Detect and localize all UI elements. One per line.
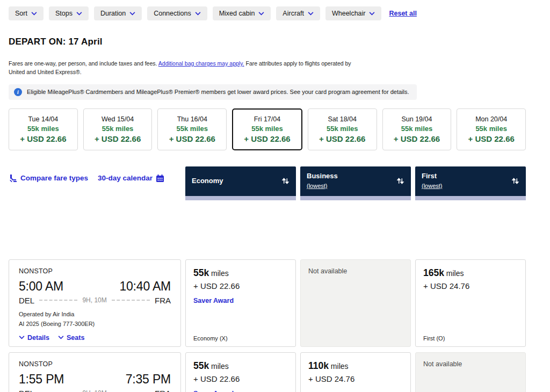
fee-amount: + USD 22.66 — [193, 281, 288, 291]
filter-pill-label: Aircraft — [283, 10, 304, 17]
route-row: DEL 9H, 10M FRA — [19, 296, 171, 305]
column-header-label: Economy — [192, 176, 223, 186]
filter-pill-label: Wheelchair — [332, 10, 366, 17]
miles-amount: 55k — [193, 360, 209, 371]
date-card-fee: + USD 22.66 — [244, 134, 290, 143]
miles-amount: 165k — [423, 267, 444, 278]
date-card-miles: 55k miles — [475, 125, 507, 133]
column-header-label: First (lowest) — [422, 171, 443, 190]
chevron-down-icon — [58, 336, 64, 339]
column-header-strip — [300, 196, 411, 200]
details-link[interactable]: Details — [19, 334, 49, 342]
saver-award-link[interactable]: Saver Award — [193, 390, 288, 392]
date-card[interactable]: Thu 16/04 55k miles + USD 22.66 — [157, 108, 227, 150]
seats-link[interactable]: Seats — [58, 334, 84, 342]
filter-pill-label: Connections — [154, 10, 191, 17]
date-card[interactable]: Tue 14/04 55k miles + USD 22.66 — [9, 108, 78, 150]
sort-icon[interactable] — [396, 177, 404, 185]
filter-pill[interactable]: Sort — [9, 6, 44, 20]
filter-pill-label: Duration — [100, 10, 126, 17]
date-card-fee: + USD 22.66 — [169, 134, 215, 143]
miles-suffix: miles — [444, 269, 464, 278]
compare-fare-types-link[interactable]: Compare fare types — [9, 174, 88, 183]
origin-code: DEL — [19, 296, 34, 305]
operated-by: Operated by Air India — [19, 311, 171, 317]
date-card-miles: 55k miles — [251, 125, 283, 133]
fee-amount: + USD 22.66 — [193, 374, 288, 383]
date-card[interactable]: Sun 19/04 55k miles + USD 22.66 — [382, 108, 452, 150]
date-card-fee: + USD 22.66 — [468, 134, 515, 143]
fare-cell[interactable]: 55k miles + USD 22.66 Saver Award Econom… — [185, 259, 296, 347]
filter-pill[interactable]: Stops — [49, 6, 89, 20]
column-header[interactable]: Economy — [185, 166, 296, 200]
depart-time: 5:00 AM — [19, 279, 63, 294]
date-card-miles: 55k miles — [102, 125, 134, 133]
miles-amount: 55k — [193, 267, 209, 278]
miles-line: 55k miles — [193, 267, 288, 279]
miles-amount: 110k — [308, 360, 329, 371]
times-row: 5:00 AM 10:40 AM — [19, 279, 171, 294]
fee-amount: + USD 24.76 — [423, 281, 518, 291]
column-header-label: Business (lowest) — [307, 171, 338, 190]
date-card-day: Fri 17/04 — [254, 115, 280, 123]
bag-charges-link[interactable]: Additional bag charges may apply. — [158, 60, 244, 67]
miles-line: 165k miles — [423, 267, 518, 279]
date-strip: Tue 14/04 55k miles + USD 22.66 Wed 15/0… — [9, 108, 526, 150]
chevron-down-icon — [129, 12, 135, 16]
date-card[interactable]: Wed 15/04 55k miles + USD 22.66 — [83, 108, 153, 150]
column-header-strip — [415, 196, 526, 200]
date-card-day: Tue 14/04 — [28, 115, 58, 123]
details-label: Details — [27, 334, 49, 342]
filter-pill[interactable]: Connections — [147, 6, 207, 20]
date-card-miles: 55k miles — [401, 125, 433, 133]
filter-pill[interactable]: Duration — [94, 6, 142, 20]
flight-card-links: Details Seats — [19, 334, 171, 342]
date-card-day: Sun 19/04 — [401, 115, 432, 123]
chevron-down-icon — [31, 12, 37, 16]
not-available-label: Not available — [423, 360, 462, 368]
cabin-name: Economy — [192, 177, 223, 185]
filter-pill[interactable]: Mixed cabin — [213, 6, 271, 20]
fare-cell[interactable]: 55k miles + USD 22.66 Saver Award Econom… — [185, 352, 296, 392]
sort-icon[interactable] — [511, 177, 519, 185]
depart-time: 1:55 PM — [19, 372, 64, 387]
column-header[interactable]: First (lowest) — [415, 166, 526, 200]
destination-code: FRA — [155, 296, 171, 305]
fare-cell[interactable]: 165k miles + USD 24.76 First (O) — [415, 259, 526, 347]
seat-icon — [9, 174, 17, 183]
calendar-link-label: 30-day calendar — [98, 174, 153, 182]
column-header-top: First (lowest) — [415, 166, 526, 196]
saver-award-link[interactable]: Saver Award — [193, 297, 288, 304]
sort-icon[interactable] — [281, 177, 290, 185]
chevron-down-icon — [369, 12, 375, 16]
date-card-selected[interactable]: Fri 17/04 55k miles + USD 22.66 — [232, 108, 302, 150]
filter-pill[interactable]: Wheelchair — [325, 6, 382, 20]
fare-class-label: Economy (X) — [193, 335, 288, 342]
calendar-link[interactable]: 30-day calendar — [98, 174, 164, 183]
flight-number-aircraft: AI 2025 (Boeing 777-300ER) — [19, 321, 171, 327]
date-card-miles: 55k miles — [177, 125, 208, 133]
column-header-strip — [185, 196, 296, 200]
fare-cell[interactable]: 110k miles + USD 24.76 Business (I) — [300, 352, 411, 392]
filter-pill[interactable]: Aircraft — [276, 6, 320, 20]
not-available-label: Not available — [308, 267, 347, 275]
filter-pill-label: Mixed cabin — [219, 10, 255, 17]
cabin-sub-label: (lowest) — [307, 183, 328, 189]
chevron-down-icon — [308, 12, 314, 16]
date-card-miles: 55k miles — [327, 125, 358, 133]
miles-line: 55k miles — [193, 360, 288, 372]
date-card-day: Wed 15/04 — [102, 115, 134, 123]
column-header[interactable]: Business (lowest) — [300, 166, 411, 200]
route-line — [112, 300, 150, 301]
date-card[interactable]: Sat 18/04 55k miles + USD 22.66 — [308, 108, 377, 150]
reset-all-link[interactable]: Reset all — [389, 10, 416, 17]
column-header-top: Economy — [185, 166, 296, 196]
date-card-fee: + USD 22.66 — [319, 134, 365, 143]
calendar-icon — [156, 174, 164, 183]
seats-label: Seats — [67, 334, 84, 342]
fare-class-label: First (O) — [423, 335, 518, 342]
miles-suffix: miles — [209, 362, 229, 371]
date-card[interactable]: Mon 20/04 55k miles + USD 22.66 — [457, 108, 526, 150]
date-card-fee: + USD 22.66 — [20, 134, 66, 143]
stops-label: NONSTOP — [19, 267, 171, 275]
